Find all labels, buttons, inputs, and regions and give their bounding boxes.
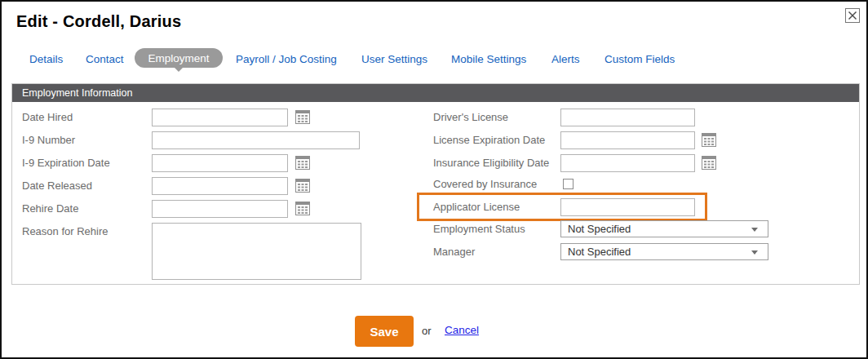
date-released-input[interactable]: [152, 177, 288, 195]
active-tab-caret-icon: [174, 67, 184, 77]
manager-value: Not Specified: [568, 246, 631, 258]
covered-by-insurance-label: Covered by Insurance: [433, 175, 537, 193]
employment-status-value: Not Specified: [568, 223, 631, 235]
license-expiration-date-label: License Expiration Date: [433, 131, 545, 149]
chevron-down-icon: [751, 250, 758, 258]
applicator-license-label: Applicator License: [433, 198, 520, 216]
or-label: or: [422, 325, 432, 337]
close-icon: [848, 11, 857, 20]
tab-employment-label: Employment: [148, 52, 209, 64]
i9-expiration-date-input[interactable]: [152, 154, 288, 172]
date-hired-label: Date Hired: [22, 109, 73, 126]
tab-custom-fields[interactable]: Custom Fields: [604, 53, 675, 65]
section-title: Employment Information: [22, 87, 132, 99]
insurance-eligibility-date-input[interactable]: [560, 154, 695, 172]
i9-number-label: I-9 Number: [22, 131, 75, 149]
drivers-license-input[interactable]: [560, 109, 695, 126]
calendar-icon[interactable]: [295, 110, 310, 124]
tab-alerts[interactable]: Alerts: [551, 53, 580, 65]
edit-employee-dialog: Edit - Cordell, Darius Details Contact E…: [0, 0, 868, 359]
reason-for-rehire-textarea[interactable]: [152, 223, 361, 280]
cancel-link[interactable]: Cancel: [445, 324, 479, 336]
employment-status-select[interactable]: Not Specified: [560, 220, 768, 237]
tab-employment-active[interactable]: Employment: [135, 48, 223, 68]
rehire-date-input[interactable]: [152, 200, 288, 218]
chevron-down-icon: [751, 228, 758, 235]
reason-for-rehire-label: Reason for Rehire: [22, 223, 108, 241]
drivers-license-label: Driver's License: [433, 109, 508, 126]
tab-contact[interactable]: Contact: [86, 53, 124, 65]
license-expiration-date-input[interactable]: [560, 131, 695, 149]
manager-select[interactable]: Not Specified: [560, 243, 768, 260]
employment-status-label: Employment Status: [433, 220, 525, 238]
rehire-date-label: Rehire Date: [22, 200, 78, 218]
calendar-icon[interactable]: [702, 133, 716, 147]
employment-info-panel: Employment Information Date Hired I-9 Nu…: [11, 83, 860, 285]
calendar-icon[interactable]: [295, 202, 310, 215]
tab-mobile-settings[interactable]: Mobile Settings: [451, 53, 526, 65]
tab-user-settings[interactable]: User Settings: [361, 53, 427, 65]
close-button[interactable]: [845, 8, 860, 23]
save-button[interactable]: Save: [355, 316, 414, 347]
date-released-label: Date Released: [22, 177, 92, 195]
tab-details[interactable]: Details: [29, 53, 63, 65]
covered-by-insurance-checkbox[interactable]: [563, 179, 574, 189]
dialog-title: Edit - Cordell, Darius: [16, 12, 181, 31]
tab-payroll-job-costing[interactable]: Payroll / Job Costing: [236, 53, 337, 65]
manager-label: Manager: [433, 243, 475, 261]
i9-expiration-date-label: I-9 Expiration Date: [22, 154, 110, 172]
calendar-icon[interactable]: [702, 156, 716, 170]
calendar-icon[interactable]: [295, 179, 310, 193]
i9-number-input[interactable]: [152, 131, 360, 149]
applicator-license-input[interactable]: [560, 198, 695, 216]
insurance-eligibility-date-label: Insurance Eligibility Date: [433, 154, 549, 172]
date-hired-input[interactable]: [152, 109, 288, 126]
section-header: Employment Information: [12, 84, 859, 102]
calendar-icon[interactable]: [295, 156, 310, 170]
